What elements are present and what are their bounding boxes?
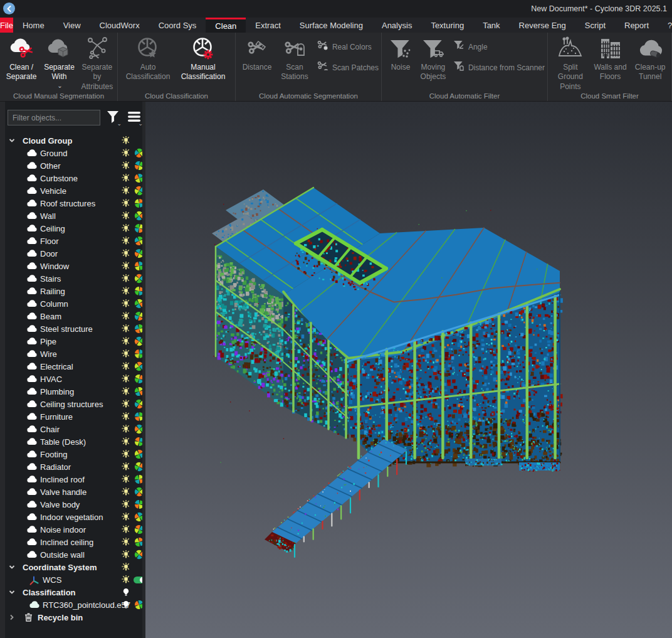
- tree-item-wall[interactable]: Wall: [5, 210, 145, 222]
- tree-item-wcs[interactable]: WCS: [5, 573, 145, 586]
- tab-extract[interactable]: Extract: [246, 18, 290, 33]
- tab-tank[interactable]: Tank: [473, 18, 509, 33]
- visibility-on-icon[interactable]: [122, 425, 130, 433]
- visibility-on-icon[interactable]: [122, 400, 130, 408]
- tree-item-wire[interactable]: Wire: [5, 348, 145, 360]
- chevron-down-icon[interactable]: [8, 137, 16, 144]
- tree-menu-button[interactable]: ⌄: [125, 110, 143, 126]
- visibility-on-icon[interactable]: [122, 337, 130, 346]
- tree-item-inclined-ceiling[interactable]: Inclined ceiling: [5, 536, 145, 548]
- ribbon-button-angle[interactable]: Angle: [453, 40, 545, 54]
- tree-item-radiator[interactable]: Radiator: [5, 460, 145, 473]
- ribbon-button-scan-patches[interactable]: Scan Patches: [317, 61, 379, 75]
- ribbon-button-separate-by-attributes[interactable]: Separate by Attributes: [79, 35, 115, 92]
- tree-item-ceiling-structures[interactable]: Ceiling structures: [5, 398, 145, 410]
- tree-item-ground[interactable]: Ground: [5, 147, 145, 159]
- tree-item-furniture[interactable]: Furniture: [5, 410, 145, 423]
- tab-clean[interactable]: Clean: [206, 18, 246, 33]
- filter-funnel-button[interactable]: ⌄: [104, 110, 122, 126]
- tree-item-table-desk[interactable]: Table (Desk): [5, 435, 145, 448]
- tree-item-vehicle[interactable]: Vehicle: [5, 184, 145, 197]
- visibility-on-icon[interactable]: [122, 500, 130, 509]
- tree-item-plumbing[interactable]: Plumbing: [5, 385, 145, 398]
- tree-item-other[interactable]: Other: [5, 159, 145, 172]
- visibility-on-icon[interactable]: [122, 299, 130, 308]
- chevron-right-icon[interactable]: [8, 614, 16, 621]
- chevron-down-icon[interactable]: [8, 563, 16, 571]
- tree-item-indoor-vegetation[interactable]: Indoor vegetation: [5, 511, 145, 523]
- tab-q[interactable]: ?: [658, 18, 672, 33]
- tab-report[interactable]: Report: [615, 18, 658, 33]
- tree-item-steel-structure[interactable]: Steel structure: [5, 322, 145, 335]
- tree-item-stairs[interactable]: Stairs: [5, 272, 145, 285]
- tree-item-beam[interactable]: Beam: [5, 310, 145, 322]
- chevron-down-icon[interactable]: [8, 588, 16, 596]
- visibility-on-icon[interactable]: [122, 224, 130, 233]
- bulb-icon[interactable]: [122, 600, 130, 609]
- tree-item-column[interactable]: Column: [5, 297, 145, 310]
- tree-item-door[interactable]: Door: [5, 247, 145, 260]
- visibility-on-icon[interactable]: [122, 149, 130, 157]
- tree-item-chair[interactable]: Chair: [5, 423, 145, 435]
- visibility-on-icon[interactable]: [122, 237, 130, 245]
- back-button[interactable]: [3, 3, 15, 14]
- visibility-on-icon[interactable]: [122, 174, 130, 183]
- tab-view[interactable]: View: [54, 18, 90, 33]
- visibility-on-icon[interactable]: [122, 262, 130, 270]
- tab-file[interactable]: File: [0, 18, 13, 33]
- tree-item-valve-body[interactable]: Valve body: [5, 498, 145, 511]
- ribbon-button-real-colors[interactable]: Real Colors: [317, 40, 379, 54]
- visibility-on-icon[interactable]: [122, 199, 130, 208]
- tree-item-inclined-roof[interactable]: Inclined roof: [5, 473, 145, 486]
- tree-item-cloud-group[interactable]: Cloud Group: [5, 134, 145, 147]
- ribbon-button-clean-separate[interactable]: Clean / Separate: [3, 35, 39, 82]
- tree-item-window[interactable]: Window: [5, 260, 145, 272]
- point-cloud-canvas[interactable]: [145, 102, 672, 638]
- visibility-on-icon[interactable]: [122, 274, 130, 283]
- visibility-on-icon[interactable]: [122, 525, 130, 534]
- tab-texturing[interactable]: Texturing: [421, 18, 473, 33]
- tree-item-ceiling[interactable]: Ceiling: [5, 222, 145, 235]
- tree-item-curbstone[interactable]: Curbstone: [5, 172, 145, 184]
- visibility-on-icon[interactable]: [122, 437, 130, 446]
- tree-item-railing[interactable]: Railing: [5, 285, 145, 297]
- visibility-on-icon[interactable]: [122, 375, 130, 383]
- visibility-on-icon[interactable]: [122, 450, 130, 459]
- tree-item-coordinate-system[interactable]: Coordinate System: [5, 561, 145, 573]
- tree-item-roof-structures[interactable]: Roof structures: [5, 197, 145, 210]
- ribbon-button-split-ground-points[interactable]: Split Ground Points: [551, 35, 590, 92]
- ribbon-button-distance-from-scanner[interactable]: Distance from Scanner: [453, 61, 545, 75]
- ribbon-button-clean-up-tunnel[interactable]: Clean-up Tunnel: [631, 35, 669, 82]
- visibility-on-icon[interactable]: [122, 186, 130, 195]
- tab-surface-modeling[interactable]: Surface Modeling: [290, 18, 372, 33]
- visibility-on-icon[interactable]: [122, 538, 130, 546]
- ribbon-button-auto-classification[interactable]: Auto Classification: [121, 35, 175, 82]
- tree-item-pipe[interactable]: Pipe: [5, 335, 145, 348]
- tab-cloudworx[interactable]: CloudWorx: [90, 18, 149, 33]
- visibility-on-icon[interactable]: [122, 312, 130, 321]
- tab-home[interactable]: Home: [13, 18, 54, 33]
- tree-item-recycle-bin[interactable]: Recycle bin: [5, 611, 145, 624]
- tree-item-electrical[interactable]: Electrical: [5, 360, 145, 373]
- visibility-on-icon[interactable]: [122, 475, 130, 484]
- visibility-on-icon[interactable]: [122, 249, 130, 258]
- tab-analysis[interactable]: Analysis: [372, 18, 421, 33]
- tree-item-hvac[interactable]: HVAC: [5, 373, 145, 385]
- 3d-viewport[interactable]: [145, 102, 672, 638]
- visibility-on-icon[interactable]: [122, 575, 130, 584]
- bulb-icon[interactable]: [122, 588, 130, 597]
- tree-item-rtc360-pointcloud-e57[interactable]: RTC360_pointcloud.e57: [5, 598, 145, 611]
- tab-reverse-eng[interactable]: Reverse Eng: [510, 18, 575, 33]
- tree-item-outside-wall[interactable]: Outside wall: [5, 548, 145, 561]
- ribbon-button-scan-stations[interactable]: Scan Stations: [276, 35, 313, 82]
- visibility-on-icon[interactable]: [122, 211, 130, 220]
- filter-objects-input[interactable]: [8, 110, 100, 125]
- tree-item-noise-indoor[interactable]: Noise indoor: [5, 523, 145, 536]
- visibility-on-icon[interactable]: [122, 387, 130, 396]
- visibility-on-icon[interactable]: [122, 563, 130, 572]
- visibility-on-icon[interactable]: [122, 161, 130, 170]
- visibility-on-icon[interactable]: [122, 362, 130, 371]
- visibility-on-icon[interactable]: [122, 513, 130, 521]
- visibility-on-icon[interactable]: [122, 287, 130, 295]
- visibility-on-icon[interactable]: [122, 324, 130, 333]
